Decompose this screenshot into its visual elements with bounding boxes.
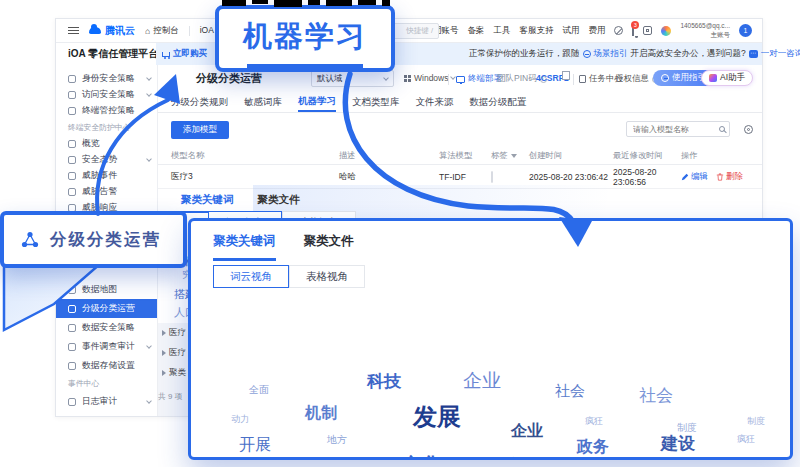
sidebar-item[interactable]: 威胁告警 — [56, 184, 157, 200]
cropped-black-fragment — [308, 0, 320, 5]
table-header-cell: 操作 — [681, 150, 762, 161]
cropped-black-fragment — [326, 0, 352, 6]
settings-gear-icon[interactable] — [744, 125, 753, 134]
hamburger-menu-icon[interactable] — [68, 30, 79, 31]
tab-cluster-files[interactable]: 聚类文件 — [258, 193, 300, 213]
assistant-color-icon[interactable] — [661, 26, 671, 36]
sidebar-item[interactable]: 事件调查审计 — [56, 337, 157, 356]
sidebar-item-icon — [68, 75, 76, 83]
sidebar-item[interactable]: 概览 — [56, 136, 157, 152]
consult-link[interactable]: 一对一咨询 — [761, 48, 800, 60]
wordcloud-word: 政务 — [577, 439, 609, 455]
cell-created-time: 2025-08-20 23:06:42 — [529, 172, 613, 182]
delete-button[interactable]: 删除 — [716, 171, 743, 183]
sidebar-section-label: 事件中心 — [56, 375, 157, 392]
copy-icon — [564, 73, 570, 80]
terminal-deploy-button[interactable]: 终端部署 — [456, 73, 502, 85]
topbar-menu-item[interactable]: 备案 — [467, 25, 484, 37]
copy-pin-button[interactable] — [564, 73, 570, 80]
avatar[interactable]: 1 — [739, 24, 752, 37]
topbar-menu-item[interactable]: 费用 — [588, 25, 605, 37]
page-title: 分级分类运营 — [196, 71, 262, 86]
callout-machine-learning: 机器学习 — [215, 5, 395, 72]
windows-icon — [404, 75, 407, 78]
cluster-tabs: 聚类关键词 聚类文件 — [181, 193, 300, 213]
chevron-down-icon — [146, 75, 152, 81]
table-header-row: 模型名称 描述 算法模型 标签 创建时间 — [158, 147, 762, 165]
search-icon — [719, 126, 725, 132]
guide-icon — [661, 74, 669, 82]
sidebar-item[interactable]: 数据存储设置 — [56, 356, 157, 375]
wordcloud-word: 企业 — [463, 371, 501, 390]
wordcloud-word: 疯狂 — [737, 435, 755, 444]
feature-tab[interactable]: 分级分类规则 — [171, 93, 228, 112]
topbar-menu-item[interactable]: 工具 — [493, 25, 510, 37]
wordcloud-word: 社会 — [555, 383, 585, 398]
table-header-cell: 最近修改时间 — [613, 150, 681, 161]
sidebar-item-icon — [68, 107, 76, 115]
chevron-down-icon — [383, 75, 389, 81]
console-link[interactable]: ⌂ 控制台 — [145, 25, 179, 37]
sidebar-item-icon — [68, 156, 76, 164]
topbar-menu-item[interactable]: 客服支持 — [519, 25, 553, 37]
wordcloud-word: 发展 — [413, 405, 461, 429]
table-header-cell: 创建时间 — [529, 150, 613, 161]
topbar-right-menu: 集团账号备案工具客服支持试用费用 3 1405665@qq.c... 主账号 1 — [424, 22, 752, 38]
wordcloud-word: 文化 — [403, 455, 441, 457]
feature-tab[interactable]: 敏感词库 — [244, 93, 282, 112]
wordcloud-canvas: 全面科技企业社会社会制度动力机制发展疯狂制度企业疯狂开展地方政务建设报告文化经济… — [191, 293, 790, 457]
cell-model-name: 医疗3 — [171, 171, 339, 183]
tencent-cloud-logo[interactable]: 腾讯云 — [89, 24, 135, 38]
overlay-tab-cluster-keywords[interactable]: 聚类关键词 — [213, 233, 276, 261]
product-title: iOA 零信任管理平台 — [56, 43, 156, 65]
sidebar-item[interactable]: 终端管控策略 — [56, 103, 157, 119]
callout-ml-underline — [247, 64, 363, 70]
cropped-black-fragment — [222, 0, 246, 6]
overlay-tab-cluster-files[interactable]: 聚类文件 — [304, 233, 354, 261]
wordcloud-word: 机制 — [305, 405, 337, 421]
edit-button[interactable]: 编辑 — [681, 171, 708, 183]
sidebar-item[interactable]: 日志审计 — [56, 392, 157, 411]
callout-classification-ops: 分级分类运营 — [0, 211, 187, 268]
wordcloud-word: 地方 — [327, 435, 347, 445]
domain-select[interactable]: 默认域 — [311, 70, 394, 87]
sidebar-item[interactable] — [56, 411, 157, 416]
feature-tab[interactable]: 数据分级配置 — [470, 93, 527, 112]
overlay-wordcloud-view-button[interactable]: 词云视角 — [213, 265, 289, 288]
feature-tab[interactable]: 文件来源 — [416, 93, 454, 112]
overlay-table-view-button[interactable]: 表格视角 — [289, 265, 365, 288]
help-icon[interactable] — [614, 26, 623, 35]
feature-tab[interactable]: 文档类型库 — [352, 93, 400, 112]
sidebar-item-icon — [68, 91, 76, 99]
banner-text-2: 开启高效安全办公，遇到问题? — [631, 48, 746, 60]
feature-tabs: 分级分类规则 敏感词库 机器学习 文档类型库 文件来源 数据分级配置 — [158, 93, 762, 113]
table-header-cell: 算法模型 — [439, 150, 491, 161]
sidebar-item[interactable]: 安全态势 — [56, 152, 157, 168]
filter-funnel-icon[interactable] — [511, 154, 517, 158]
sidebar-item-icon — [68, 140, 76, 148]
add-model-button[interactable]: 添加模型 — [171, 121, 229, 139]
account-id: 1405665@qq.c... — [680, 22, 730, 29]
model-search-box[interactable] — [626, 121, 730, 137]
sidebar-item[interactable]: 访问安全策略 — [56, 87, 157, 103]
sidebar-item[interactable]: 威胁事件 — [56, 168, 157, 184]
scene-guide-link[interactable]: 场景指引 — [594, 48, 628, 60]
feature-tab[interactable]: 机器学习 — [298, 93, 336, 112]
tab-cluster-keywords[interactable]: 聚类关键词 — [181, 193, 234, 213]
topbar-menu-item[interactable]: 试用 — [562, 25, 579, 37]
apps-grid-icon[interactable] — [643, 26, 652, 35]
buy-now-button[interactable]: 立即购买 — [162, 48, 207, 60]
cropped-black-fragment — [274, 0, 302, 7]
ai-assistant-button[interactable]: AI助手 — [701, 70, 753, 86]
sidebar-section-label: 终端安全防护中心 — [56, 119, 157, 136]
notification-bell[interactable]: 3 — [632, 26, 634, 36]
wordcloud-word: 建设 — [661, 435, 695, 452]
account-info[interactable]: 1405665@qq.c... 主账号 — [680, 22, 730, 38]
cell-description: 哈哈 — [339, 171, 439, 183]
sidebar-item-icon — [68, 188, 76, 196]
sidebar-item[interactable]: 身份安全策略 — [56, 71, 157, 87]
chevron-down-icon — [146, 343, 152, 349]
cropped-black-fragment — [358, 0, 376, 5]
screenshot-stage: 腾讯云 ⌂ 控制台 iOA 零信... 快捷键 / 集团账号备案工具客服支持试用… — [0, 0, 800, 467]
model-search-input[interactable] — [631, 124, 716, 135]
